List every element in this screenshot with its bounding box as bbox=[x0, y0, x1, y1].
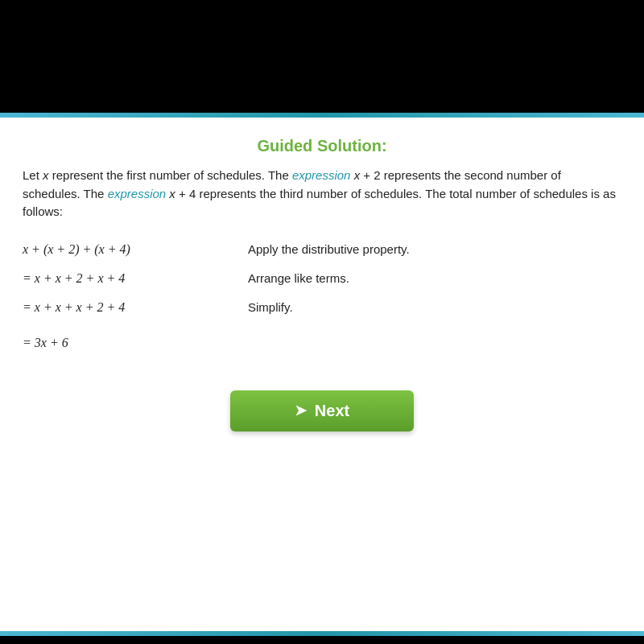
math-row-1: x + (x + 2) + (x + 4) Apply the distribu… bbox=[23, 239, 621, 268]
math-expr-2: = x + x + 2 + x + 4 bbox=[23, 271, 232, 286]
screen: Guided Solution: Let x represent the fir… bbox=[0, 0, 644, 644]
math-final-expr: = 3x + 6 bbox=[23, 336, 68, 350]
next-button[interactable]: ➤ Next bbox=[230, 390, 414, 431]
math-desc-1: Apply the distributive property. bbox=[232, 242, 410, 256]
math-row-final: = 3x + 6 bbox=[23, 326, 621, 355]
math-row-2: = x + x + 2 + x + 4 Arrange like terms. bbox=[23, 268, 621, 297]
top-black-bar bbox=[0, 0, 644, 113]
math-desc-3: Simplify. bbox=[232, 300, 293, 314]
math-steps-section: x + (x + 2) + (x + 4) Apply the distribu… bbox=[23, 239, 621, 355]
next-arrow-icon: ➤ bbox=[295, 402, 307, 419]
expression-highlight-2: expression bbox=[108, 187, 167, 200]
expression-highlight-1: expression bbox=[292, 168, 351, 182]
bottom-black-bar bbox=[0, 636, 644, 644]
math-desc-2: Arrange like terms. bbox=[232, 271, 349, 285]
math-row-3: = x + x + x + 2 + 4 Simplify. bbox=[23, 297, 621, 326]
button-area: ➤ Next bbox=[23, 390, 621, 431]
math-expr-3: = x + x + x + 2 + 4 bbox=[23, 300, 232, 315]
intro-paragraph: Let x represent the first number of sche… bbox=[23, 167, 621, 221]
content-area: Guided Solution: Let x represent the fir… bbox=[0, 118, 644, 631]
math-expr-1: x + (x + 2) + (x + 4) bbox=[23, 242, 232, 257]
guided-solution-title: Guided Solution: bbox=[23, 137, 621, 155]
next-button-label: Next bbox=[315, 402, 349, 420]
